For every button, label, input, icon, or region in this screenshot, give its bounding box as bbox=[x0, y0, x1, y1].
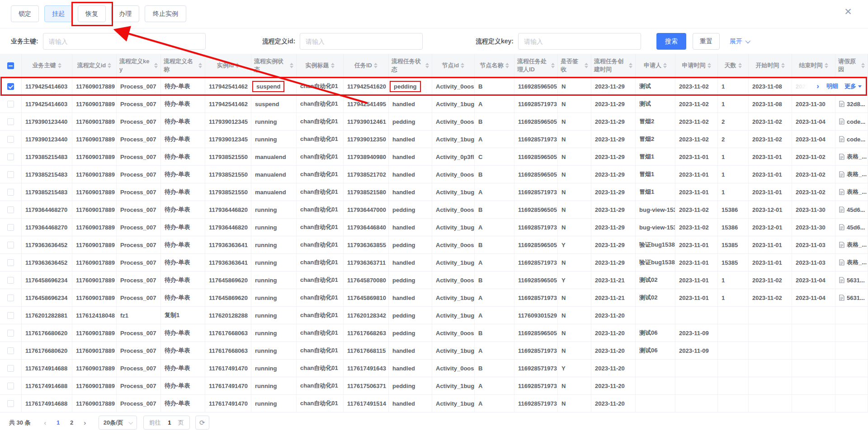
suspend-button[interactable]: 挂起 bbox=[44, 5, 72, 22]
column-header[interactable]: 任务ID bbox=[344, 54, 389, 77]
column-header[interactable]: 流程实例状态 bbox=[251, 54, 297, 77]
row-checkbox[interactable] bbox=[7, 171, 14, 178]
sort-caret-icon[interactable] bbox=[629, 63, 632, 68]
sort-caret-icon[interactable] bbox=[825, 63, 828, 68]
column-header[interactable]: 天数 bbox=[718, 54, 749, 77]
search-button[interactable]: 搜索 bbox=[656, 33, 686, 50]
row-action-detail[interactable]: 明细 bbox=[826, 82, 838, 90]
sort-caret-icon[interactable] bbox=[108, 63, 111, 68]
next-page-icon[interactable]: › bbox=[79, 419, 91, 426]
sort-caret-icon[interactable] bbox=[331, 63, 335, 68]
row-checkbox[interactable] bbox=[7, 259, 14, 266]
sort-caret-icon[interactable] bbox=[198, 63, 202, 68]
row-checkbox[interactable] bbox=[7, 400, 14, 407]
sort-caret-icon[interactable] bbox=[585, 63, 588, 68]
row-checkbox[interactable] bbox=[7, 206, 14, 213]
table-row[interactable]: 1179385215483117609017889Process_007待办-单… bbox=[0, 166, 868, 183]
sort-caret-icon[interactable] bbox=[663, 63, 667, 68]
terminate-instance-button[interactable]: 终止实例 bbox=[145, 5, 186, 22]
sort-caret-icon[interactable] bbox=[58, 63, 61, 68]
page-size-select[interactable]: 20条/页 bbox=[99, 416, 137, 430]
row-checkbox[interactable] bbox=[7, 118, 14, 125]
row-checkbox[interactable] bbox=[7, 330, 14, 337]
column-header[interactable]: 流程任务状态 bbox=[389, 54, 432, 77]
handle-button[interactable]: 办理 bbox=[111, 5, 139, 22]
table-row[interactable]: 1176174914688117609017889Process_007待办-单… bbox=[0, 377, 868, 395]
row-checkbox[interactable] bbox=[7, 136, 14, 143]
column-header[interactable]: 开始时间 bbox=[749, 54, 792, 77]
table-row[interactable]: 1179390123440117609017889Process_007待办-单… bbox=[0, 131, 868, 148]
goto-page-input[interactable] bbox=[166, 419, 173, 426]
table-row[interactable]: 1176174914688117609017889Process_007待办-单… bbox=[0, 360, 868, 377]
table-row[interactable]: 1176176680620117609017889Process_007待办-单… bbox=[0, 342, 868, 360]
table-row[interactable]: 1176176680620117609017889Process_007待办-单… bbox=[0, 324, 868, 342]
column-header[interactable]: 流程定义名称 bbox=[161, 54, 205, 77]
resume-button[interactable]: 恢复 bbox=[78, 5, 106, 22]
sort-caret-icon[interactable] bbox=[154, 63, 158, 68]
column-header[interactable]: 流程定义id bbox=[72, 54, 117, 77]
table-row[interactable]: 1176458696234117609017889Process_007待办-单… bbox=[0, 271, 868, 289]
sort-caret-icon[interactable] bbox=[461, 63, 464, 68]
table-row[interactable]: 1176174914688117609017889Process_007待办-单… bbox=[0, 395, 868, 412]
table-row[interactable]: 1179425414603117609017889Process_007待办-单… bbox=[0, 95, 868, 113]
table-row[interactable]: 1179364468270117609017889Process_007待办-单… bbox=[0, 201, 868, 219]
row-checkbox[interactable] bbox=[7, 242, 14, 248]
table-row[interactable]: 1179425414603117609017889Process_007待办-单… bbox=[0, 78, 868, 95]
column-header[interactable]: 节点id bbox=[432, 54, 475, 77]
refresh-icon[interactable]: ⟳ bbox=[195, 416, 209, 430]
row-checkbox[interactable] bbox=[7, 365, 14, 372]
process-def-id-input[interactable] bbox=[300, 33, 423, 50]
sort-caret-icon[interactable] bbox=[781, 63, 785, 68]
row-checkbox[interactable] bbox=[7, 295, 14, 301]
sort-caret-icon[interactable] bbox=[738, 63, 742, 68]
sort-caret-icon[interactable] bbox=[505, 63, 509, 68]
sort-caret-icon[interactable] bbox=[708, 63, 711, 68]
column-header[interactable]: 流程任务处理人ID bbox=[514, 54, 558, 77]
column-header[interactable]: 流程任务创建时间 bbox=[591, 54, 636, 77]
table-row[interactable]: 1176201282881117612418048fz1复制1117620128… bbox=[0, 307, 868, 324]
close-icon[interactable]: ✕ bbox=[842, 5, 854, 18]
table-row[interactable]: 1179385215483117609017889Process_007待办-单… bbox=[0, 148, 868, 166]
column-header[interactable]: 申请人 bbox=[636, 54, 675, 77]
row-checkbox[interactable] bbox=[7, 154, 14, 160]
sort-caret-icon[interactable] bbox=[551, 63, 555, 68]
page-number-2[interactable]: 2 bbox=[65, 419, 79, 426]
table-row[interactable]: 1179385215483117609017889Process_007待办-单… bbox=[0, 183, 868, 201]
row-checkbox[interactable] bbox=[7, 312, 14, 319]
row-checkbox[interactable] bbox=[7, 347, 14, 354]
table-row[interactable]: 1176458696234117609017889Process_007待办-单… bbox=[0, 289, 868, 307]
row-checkbox[interactable] bbox=[7, 383, 14, 389]
row-checkbox[interactable] bbox=[7, 101, 14, 108]
page-number-1[interactable]: 1 bbox=[52, 419, 65, 426]
sort-caret-icon[interactable] bbox=[425, 63, 429, 68]
table-row[interactable]: 1179390123440117609017889Process_007待办-单… bbox=[0, 113, 868, 131]
column-header[interactable]: 申请时间 bbox=[675, 54, 718, 77]
reset-button[interactable]: 重置 bbox=[693, 33, 720, 50]
select-all-checkbox[interactable] bbox=[7, 62, 14, 69]
table-row[interactable]: 1179364468270117609017889Process_007待办-单… bbox=[0, 219, 868, 236]
process-def-key-input[interactable] bbox=[518, 33, 641, 50]
row-checkbox[interactable] bbox=[7, 277, 14, 284]
sort-caret-icon[interactable] bbox=[374, 63, 377, 68]
column-header[interactable]: 实例标题 bbox=[297, 54, 344, 77]
column-header[interactable]: 结束时间 bbox=[792, 54, 835, 77]
sort-caret-icon[interactable] bbox=[861, 63, 865, 68]
table-row[interactable]: 1179363636452117609017889Process_007待办-单… bbox=[0, 236, 868, 254]
column-header[interactable]: 业务主键 bbox=[22, 54, 72, 77]
sort-caret-icon[interactable] bbox=[236, 63, 239, 68]
row-checkbox[interactable] bbox=[7, 224, 14, 231]
row-checkbox[interactable] bbox=[7, 83, 14, 90]
column-header[interactable]: 是否签收 bbox=[558, 54, 591, 77]
row-expand-icon[interactable]: › bbox=[816, 82, 819, 91]
column-header[interactable]: 实例id bbox=[205, 54, 251, 77]
lock-button[interactable]: 锁定 bbox=[11, 5, 39, 22]
column-header[interactable]: 流程定义key bbox=[117, 54, 161, 77]
prev-page-icon[interactable]: ‹ bbox=[39, 419, 52, 426]
table-row[interactable]: 1179363636452117609017889Process_007待办-单… bbox=[0, 254, 868, 271]
column-header[interactable]: 节点名称 bbox=[475, 54, 514, 77]
column-header[interactable]: 请假原因 bbox=[835, 54, 868, 77]
row-action-more[interactable]: 更多 bbox=[844, 82, 862, 90]
expand-filters-link[interactable]: 展开 bbox=[730, 37, 749, 46]
row-checkbox[interactable] bbox=[7, 189, 14, 196]
sort-caret-icon[interactable] bbox=[290, 63, 293, 68]
